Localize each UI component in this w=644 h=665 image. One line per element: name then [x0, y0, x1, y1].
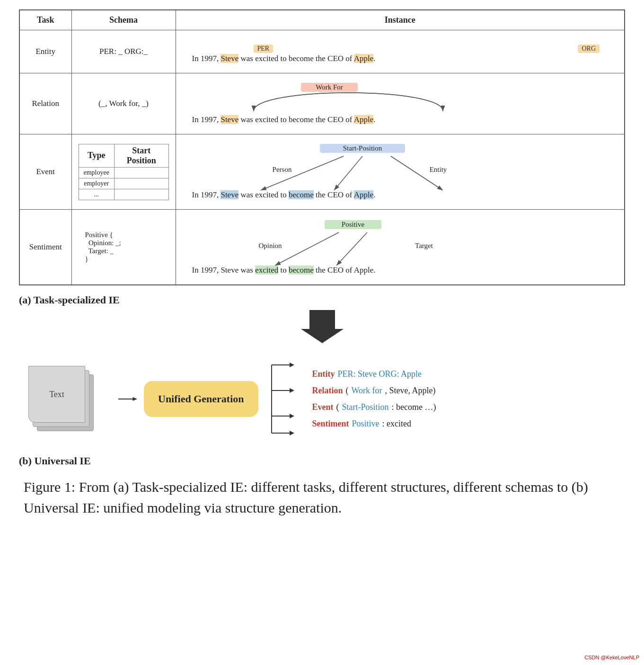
- entity-steve-hl: Steve: [221, 54, 238, 63]
- table-row-relation: Relation (_, Work for, _): [19, 73, 625, 134]
- event-become-hl: become: [289, 190, 314, 199]
- event-schema-employer: employer: [79, 178, 114, 189]
- table-row-entity: Entity PER: _ ORG:_ PER ORG In 1997, Ste…: [19, 30, 625, 73]
- unified-generation-box: Unified Generation: [144, 381, 258, 417]
- text-label: Text: [49, 390, 64, 399]
- output-event-value-rest: : become …): [392, 402, 436, 412]
- event-schema-row-employer: employer: [79, 178, 168, 189]
- output-sentiment-value-blue: Positive: [352, 419, 379, 429]
- event-schema-dots: ...: [79, 189, 114, 200]
- table-row-sentiment: Sentiment Positive { Opinion: _; Target:…: [19, 210, 625, 285]
- event-apple-hl: Apple: [354, 190, 374, 199]
- text-boxes: Text: [28, 366, 95, 432]
- relation-steve-hl: Steve: [221, 115, 238, 124]
- relation-instance-cell: Work For In 1997, Steve was excited to b…: [176, 73, 625, 134]
- entity-label-row: PER ORG: [192, 44, 609, 53]
- figure-caption: Figure 1: From (a) Task-specialized IE: …: [19, 477, 625, 518]
- event-arc-become: [334, 156, 362, 190]
- sentiment-target-label: Target: [405, 242, 443, 253]
- output-relation-label: Relation: [312, 386, 343, 396]
- table-row-event: Event Type Start Position employee: [19, 134, 625, 210]
- event-task-cell: Event: [19, 134, 71, 210]
- unified-to-outputs-arrow: [267, 352, 295, 446]
- arrow-right-svg: [118, 393, 137, 405]
- output-relation-value-rest: , Steve, Apple): [385, 386, 436, 396]
- header-task: Task: [19, 10, 71, 30]
- relation-arc-path: [254, 93, 443, 111]
- event-schema-dots-val: [114, 189, 168, 200]
- svg-marker-15: [290, 363, 294, 367]
- event-start-position-label: Start-Position: [320, 144, 405, 156]
- per-badge: PER: [254, 44, 273, 53]
- svg-marker-18: [290, 431, 294, 435]
- output-entity: Entity PER: Steve ORG: Apple: [312, 369, 436, 379]
- entity-instance: PER ORG In 1997, Steve was excited to be…: [183, 35, 618, 68]
- sentiment-schema: Positive { Opinion: _; Target: _ }: [79, 227, 169, 267]
- entity-schema-cell: PER: _ ORG:_: [71, 30, 176, 73]
- sentiment-become-hl: become: [289, 266, 314, 275]
- org-badge: ORG: [578, 44, 600, 53]
- down-arrow-svg: [301, 310, 344, 343]
- output-sentiment: Sentiment Positive: excited: [312, 419, 436, 429]
- event-schema-row-employee: employee: [79, 167, 168, 178]
- sentiment-schema-cell: Positive { Opinion: _; Target: _ }: [71, 210, 176, 285]
- event-schema-employee-val: [114, 167, 168, 178]
- text-box-front: Text: [28, 366, 85, 423]
- output-sentiment-label: Sentiment: [312, 419, 349, 429]
- relation-arc-label: Work For: [301, 83, 358, 95]
- event-schema-row-dots: ...: [79, 189, 168, 200]
- event-schema-type-header: Type: [79, 144, 114, 167]
- relation-apple-hl: Apple: [354, 115, 374, 124]
- event-entity-label: Entity: [419, 166, 457, 177]
- header-instance: Instance: [176, 10, 625, 30]
- relation-task-cell: Relation: [19, 73, 71, 134]
- text-to-unified-arrow: [118, 393, 137, 405]
- sentiment-opinion-label: Opinion: [249, 242, 291, 253]
- event-schema-cell: Type Start Position employee employer: [71, 134, 176, 210]
- relation-sentence: In 1997, Steve was excited to become the…: [192, 115, 609, 124]
- sentiment-instance-cell: Positive Opinion Target: [176, 210, 625, 285]
- sentiment-task-cell: Sentiment: [19, 210, 71, 285]
- event-schema-position-header: Start Position: [114, 144, 168, 167]
- event-arc-svg: Start-Position Person Entity: [192, 143, 609, 195]
- event-schema-employer-val: [114, 178, 168, 189]
- output-entity-value: PER: Steve ORG: Apple: [338, 369, 422, 379]
- output-event-label: Event: [312, 402, 334, 412]
- sentiment-positive-label: Positive: [325, 220, 381, 232]
- relation-arc-svg: Work For: [192, 82, 609, 120]
- output-lines: Entity PER: Steve ORG: Apple Relation (W…: [312, 369, 436, 429]
- output-entity-label: Entity: [312, 369, 335, 379]
- output-event-value-blue: Start-Position: [342, 402, 389, 412]
- output-event: Event (Start-Position: become …): [312, 402, 436, 412]
- watermark: CSDN @KekeLoveNLP: [584, 655, 639, 660]
- svg-marker-17: [290, 414, 294, 418]
- entity-apple-hl: Apple: [354, 54, 374, 63]
- event-schema-employee: employee: [79, 167, 114, 178]
- down-arrow-container: [19, 310, 625, 343]
- output-relation-paren-open: (: [346, 386, 349, 396]
- event-sentence: In 1997, Steve was excited to become the…: [192, 190, 609, 200]
- output-relation: Relation (Work for, Steve, Apple): [312, 386, 436, 396]
- svg-marker-7: [301, 310, 344, 343]
- output-relation-value-blue: Work for: [352, 386, 382, 396]
- sentiment-sentence: In 1997, Steve was excited to become the…: [192, 266, 609, 275]
- main-table: Task Schema Instance Entity PER: _ ORG:_…: [19, 9, 625, 285]
- event-steve-hl: Steve: [221, 190, 238, 199]
- sentiment-arc-become: [336, 232, 367, 266]
- event-instance-cell: Start-Position Person Entity: [176, 134, 625, 210]
- sentiment-arc-svg: Positive Opinion Target: [192, 218, 609, 270]
- svg-marker-16: [290, 388, 294, 393]
- header-schema: Schema: [71, 10, 176, 30]
- branch-arrow-svg: [267, 352, 295, 446]
- sentiment-excited-hl: excited: [255, 266, 278, 275]
- part-b-container: Text Unified Generation Entity: [19, 352, 625, 446]
- section-label-b: (b) Universal IE: [19, 455, 625, 467]
- entity-sentence: In 1997, Steve was excited to become the…: [192, 54, 609, 63]
- relation-schema-cell: (_, Work for, _): [71, 73, 176, 134]
- section-label-a: (a) Task-specialized IE: [19, 294, 625, 306]
- entity-per-col: PER: [254, 44, 273, 53]
- event-schema-table: Type Start Position employee employer: [79, 144, 169, 200]
- relation-arc-path2: [254, 93, 443, 111]
- entity-instance-cell: PER ORG In 1997, Steve was excited to be…: [176, 30, 625, 73]
- output-event-paren-open: (: [336, 402, 339, 412]
